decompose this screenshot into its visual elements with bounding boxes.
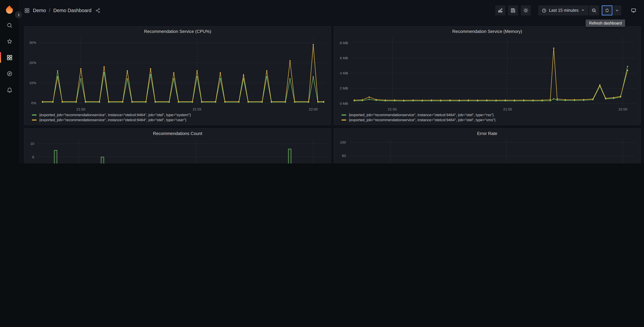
panel-title[interactable]: Error Rate xyxy=(334,128,640,137)
legend-label: {exported_job="recommendationservice", i… xyxy=(39,113,191,117)
time-range-label: Last 15 minutes xyxy=(549,8,579,13)
legend-label: {exported_job="recommendationservice", i… xyxy=(39,118,186,122)
svg-text:20%: 20% xyxy=(29,61,36,65)
zoom-out-button[interactable] xyxy=(589,5,599,16)
topbar: Demo / Demo Dashboard Last 15 minutes xyxy=(19,0,644,21)
svg-text:6 MB: 6 MB xyxy=(340,56,348,60)
time-series-chart[interactable]: 21:5021:5522:000%10%20%30% xyxy=(24,35,331,112)
svg-text:0 MB: 0 MB xyxy=(340,102,348,106)
svg-text:80: 80 xyxy=(342,154,346,158)
series-swatch xyxy=(342,119,346,120)
svg-text:2 MB: 2 MB xyxy=(340,86,348,90)
legend-item[interactable]: {exported_job="recommendationservice", i… xyxy=(32,118,328,122)
panel-title[interactable]: Recommendation Service (CPU%) xyxy=(24,26,331,35)
legend: {exported_job="recommendationservice", i… xyxy=(334,112,640,124)
series-swatch xyxy=(32,114,36,115)
series-swatch xyxy=(342,114,346,115)
sidebar-item-search[interactable] xyxy=(3,20,16,30)
sidebar-item-explore[interactable] xyxy=(3,68,16,78)
time-series-chart[interactable]: 21:5021:5522:00020406080100 xyxy=(334,137,640,164)
breadcrumb-separator: / xyxy=(49,8,50,13)
svg-text:21:50: 21:50 xyxy=(388,107,397,111)
svg-text:30%: 30% xyxy=(29,40,36,44)
sidebar-item-alerting[interactable] xyxy=(3,84,16,95)
svg-text:22:00: 22:00 xyxy=(618,107,628,111)
svg-text:21:55: 21:55 xyxy=(503,107,512,111)
legend-label: {exported_job="recommendationservice", i… xyxy=(349,113,494,117)
refresh-controls xyxy=(602,5,621,16)
add-panel-button[interactable] xyxy=(495,5,505,16)
chevron-down-icon xyxy=(581,8,585,13)
panel-title[interactable]: Recommendations Count xyxy=(24,128,331,137)
panel-recommendation-memory: Recommendation Service (Memory) 21:5021:… xyxy=(334,26,641,125)
svg-text:21:55: 21:55 xyxy=(192,107,202,111)
tv-mode-button[interactable] xyxy=(628,5,639,16)
sidebar-item-dashboards[interactable] xyxy=(3,52,16,62)
grafana-logo[interactable] xyxy=(4,5,14,15)
time-controls: Last 15 minutes xyxy=(538,5,599,16)
bar-chart[interactable]: 21:5021:5522:000246810 xyxy=(24,137,331,164)
legend-label: {exported_job="recommendationservice", i… xyxy=(349,118,496,122)
breadcrumb: Demo / Demo Dashboard xyxy=(24,8,100,13)
legend-item[interactable]: {exported_job="recommendationservice", i… xyxy=(32,113,328,117)
active-accent-bar xyxy=(0,52,1,63)
svg-text:0%: 0% xyxy=(31,101,36,105)
svg-text:10: 10 xyxy=(30,142,34,146)
refresh-button[interactable] xyxy=(602,5,612,16)
panel-recommendation-cpu: Recommendation Service (CPU%) 21:5021:55… xyxy=(24,26,331,125)
svg-text:21:50: 21:50 xyxy=(76,107,85,111)
breadcrumb-folder[interactable]: Demo xyxy=(33,8,46,13)
tooltip-refresh-dashboard: Refresh dashboard xyxy=(586,20,625,27)
share-icon[interactable] xyxy=(96,8,100,13)
svg-text:4 MB: 4 MB xyxy=(340,71,348,75)
breadcrumb-dashboard[interactable]: Demo Dashboard xyxy=(53,8,91,13)
legend: {exported_job="recommendationservice", i… xyxy=(24,112,331,124)
save-dashboard-button[interactable] xyxy=(508,5,518,16)
svg-text:100: 100 xyxy=(340,140,346,144)
sidebar-top-nav xyxy=(3,20,16,95)
svg-text:10%: 10% xyxy=(29,81,36,85)
svg-text:8: 8 xyxy=(32,155,34,159)
refresh-interval-dropdown[interactable] xyxy=(613,5,621,16)
time-series-chart[interactable]: 21:5021:5522:000 MB2 MB4 MB6 MB8 MB xyxy=(334,35,640,112)
topbar-actions: Last 15 minutes xyxy=(495,5,639,16)
dashboard-grid: Recommendation Service (CPU%) 21:5021:55… xyxy=(24,26,641,164)
dashboard-settings-button[interactable] xyxy=(521,5,531,16)
apps-icon xyxy=(24,8,30,13)
panel-title[interactable]: Recommendation Service (Memory) xyxy=(334,26,640,35)
panel-recommendations-count: Recommendations Count 21:5021:5522:00024… xyxy=(24,128,331,164)
sidebar-expand-button[interactable] xyxy=(15,12,22,18)
series-swatch xyxy=(32,119,36,120)
svg-text:8 MB: 8 MB xyxy=(340,41,348,45)
legend-item[interactable]: {exported_job="recommendationservice", i… xyxy=(342,113,638,117)
svg-text:22:00: 22:00 xyxy=(309,107,318,111)
grafana-app: Demo / Demo Dashboard Last 15 minutes xyxy=(0,0,644,164)
sidebar xyxy=(0,0,19,164)
legend-item[interactable]: {exported_job="recommendationservice", i… xyxy=(342,118,638,122)
panel-error-rate: Error Rate 21:5021:5522:00020406080100 {… xyxy=(334,128,641,164)
clock-icon xyxy=(542,8,547,13)
time-range-picker[interactable]: Last 15 minutes xyxy=(538,5,588,16)
sidebar-item-starred[interactable] xyxy=(3,36,16,46)
